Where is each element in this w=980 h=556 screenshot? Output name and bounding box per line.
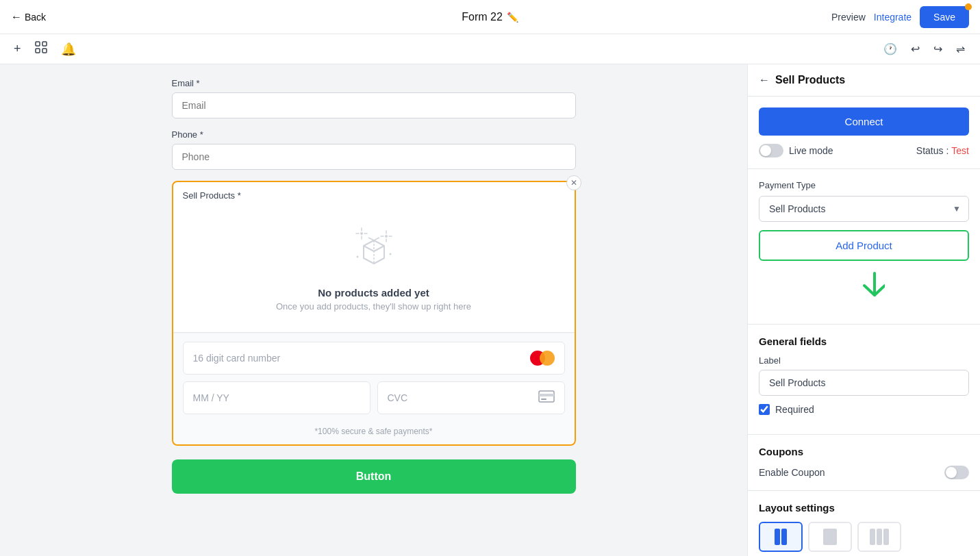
preview-button[interactable]: Preview bbox=[831, 12, 866, 23]
no-products-title: No products added yet bbox=[318, 287, 429, 299]
required-checkbox[interactable] bbox=[759, 404, 770, 415]
required-label: Required bbox=[775, 404, 814, 415]
layout-option-2[interactable] bbox=[808, 522, 852, 552]
save-badge bbox=[965, 3, 972, 10]
svg-point-4 bbox=[360, 232, 363, 235]
cvc-placeholder: CVC bbox=[388, 392, 408, 403]
coupons-title: Coupons bbox=[759, 446, 969, 457]
coupon-toggle[interactable] bbox=[944, 466, 969, 479]
top-nav: ← Back Form 22 ✏️ Preview Integrate Save bbox=[0, 0, 980, 34]
secure-text: *100% secure & safe payments* bbox=[183, 421, 565, 436]
arrow-annotation bbox=[759, 261, 969, 313]
status-label: Status : bbox=[916, 145, 948, 156]
submit-button[interactable]: Button bbox=[172, 459, 576, 494]
connect-button[interactable]: Connect bbox=[759, 108, 969, 136]
enable-coupon-label: Enable Coupon bbox=[759, 467, 825, 478]
connect-section: Connect Live mode Status : Test bbox=[748, 97, 980, 169]
mc-circle-right bbox=[540, 351, 555, 366]
add-product-button[interactable]: Add Product bbox=[759, 230, 969, 261]
mastercard-icon bbox=[530, 351, 555, 366]
svg-rect-18 bbox=[541, 399, 546, 400]
save-button[interactable]: Save bbox=[920, 6, 969, 28]
toolbar-left: + 🔔 bbox=[11, 38, 79, 60]
live-mode-row: Live mode Status : Test bbox=[759, 144, 969, 157]
layout-settings-section: Layout settings bbox=[748, 491, 980, 556]
integrate-button[interactable]: Integrate bbox=[874, 12, 912, 23]
no-products-subtitle: Once you add products, they'll show up r… bbox=[276, 301, 471, 312]
layout-option-1-inner bbox=[775, 529, 787, 545]
layout-settings-title: Layout settings bbox=[759, 502, 969, 514]
card-expiry-row: MM / YY CVC bbox=[183, 381, 565, 414]
phone-input[interactable] bbox=[172, 144, 576, 170]
payment-type-label: Payment Type bbox=[759, 180, 969, 190]
layout-col-3 bbox=[823, 529, 837, 545]
notifications-button[interactable]: 🔔 bbox=[58, 39, 79, 60]
required-checkbox-row: Required bbox=[759, 404, 969, 415]
layout-option-1[interactable] bbox=[759, 522, 803, 552]
card-number-row: 16 digit card number bbox=[183, 342, 565, 375]
general-fields-section: General fields Label Required bbox=[748, 325, 980, 435]
layout-col-2 bbox=[781, 529, 787, 545]
back-button[interactable]: ← Back bbox=[11, 11, 46, 23]
status-row: Status : Test bbox=[916, 145, 969, 156]
svg-rect-2 bbox=[36, 49, 40, 53]
widget-close-button[interactable]: ✕ bbox=[566, 175, 581, 190]
layout-col-6 bbox=[883, 529, 889, 545]
email-field-group: Email * bbox=[172, 78, 576, 118]
status-value: Test bbox=[951, 145, 969, 156]
layout-col-5 bbox=[877, 529, 882, 545]
email-label: Email * bbox=[172, 78, 576, 88]
phone-label: Phone * bbox=[172, 129, 576, 140]
form-canvas: Email * Phone * ✕ Sell Products * bbox=[172, 78, 576, 542]
no-products-area: No products added yet Once you add produ… bbox=[173, 201, 575, 333]
edit-icon[interactable]: ✏️ bbox=[507, 12, 518, 23]
secondary-toolbar: + 🔔 🕐 ↩ ↪ ⇌ bbox=[0, 34, 980, 64]
svg-rect-1 bbox=[42, 42, 47, 46]
label-field-group: Label bbox=[759, 355, 969, 396]
svg-point-7 bbox=[389, 253, 391, 255]
history-button[interactable]: 🕐 bbox=[879, 40, 901, 58]
panel-back-button[interactable]: ← bbox=[759, 74, 770, 86]
add-element-button[interactable]: + bbox=[11, 39, 24, 59]
nav-center: Form 22 ✏️ bbox=[462, 11, 518, 23]
svg-point-5 bbox=[385, 235, 388, 238]
layout-option-3-inner bbox=[870, 529, 889, 545]
back-label: Back bbox=[25, 12, 46, 23]
enable-coupon-row: Enable Coupon bbox=[759, 466, 969, 479]
canvas-area: Email * Phone * ✕ Sell Products * bbox=[0, 64, 747, 556]
expiry-placeholder: MM / YY bbox=[193, 392, 229, 403]
undo-button[interactable]: ↩ bbox=[907, 40, 924, 58]
layout-option-3[interactable] bbox=[857, 522, 901, 552]
sell-products-widget: ✕ Sell Products * bbox=[172, 181, 576, 446]
payment-type-section: Payment Type Sell Products Collect Payme… bbox=[748, 169, 980, 325]
settings-button[interactable]: ⇌ bbox=[952, 40, 969, 58]
email-input[interactable] bbox=[172, 92, 576, 118]
layout-option-2-inner bbox=[823, 529, 837, 545]
label-field-input[interactable] bbox=[759, 370, 969, 396]
payment-type-select-wrapper: Sell Products Collect Payment ▼ bbox=[759, 196, 969, 222]
layout-col-1 bbox=[775, 529, 780, 545]
card-number-placeholder: 16 digit card number bbox=[193, 353, 281, 364]
expiry-input[interactable]: MM / YY bbox=[183, 381, 370, 414]
redo-button[interactable]: ↪ bbox=[929, 40, 946, 58]
nav-left: ← Back bbox=[11, 11, 46, 23]
panel-title: Sell Products bbox=[775, 74, 845, 86]
live-mode-toggle[interactable] bbox=[759, 144, 783, 157]
cvc-card-icon bbox=[538, 390, 555, 405]
panel-header: ← Sell Products bbox=[748, 64, 980, 97]
main-layout: Email * Phone * ✕ Sell Products * bbox=[0, 64, 980, 556]
select-arrow-icon: ▼ bbox=[953, 204, 961, 214]
payment-type-select[interactable]: Sell Products Collect Payment bbox=[759, 196, 969, 222]
layout-options bbox=[759, 522, 969, 552]
svg-rect-0 bbox=[36, 42, 40, 46]
general-fields-title: General fields bbox=[759, 336, 969, 347]
cvc-input[interactable]: CVC bbox=[377, 381, 565, 414]
coupon-toggle-knob bbox=[946, 467, 957, 478]
grid-view-button[interactable] bbox=[32, 38, 50, 60]
toolbar-right: 🕐 ↩ ↪ ⇌ bbox=[879, 40, 969, 58]
card-payment-area: 16 digit card number MM / YY CVC bbox=[173, 333, 575, 444]
svg-rect-17 bbox=[539, 394, 554, 396]
live-mode-label: Live mode bbox=[789, 145, 833, 156]
phone-field-group: Phone * bbox=[172, 129, 576, 170]
label-field-label: Label bbox=[759, 355, 969, 366]
